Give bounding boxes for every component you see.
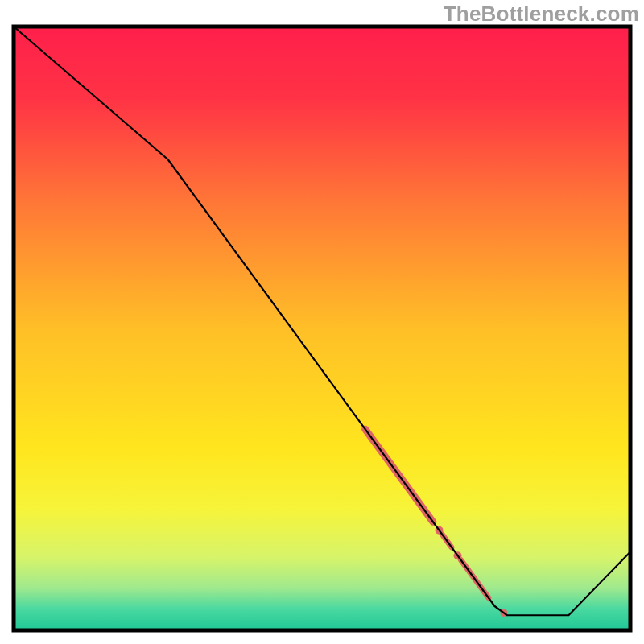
- chart-svg: [0, 0, 644, 644]
- watermark-text: TheBottleneck.com: [444, 2, 639, 27]
- plot-background: [14, 27, 630, 630]
- bottleneck-chart: TheBottleneck.com: [0, 0, 644, 644]
